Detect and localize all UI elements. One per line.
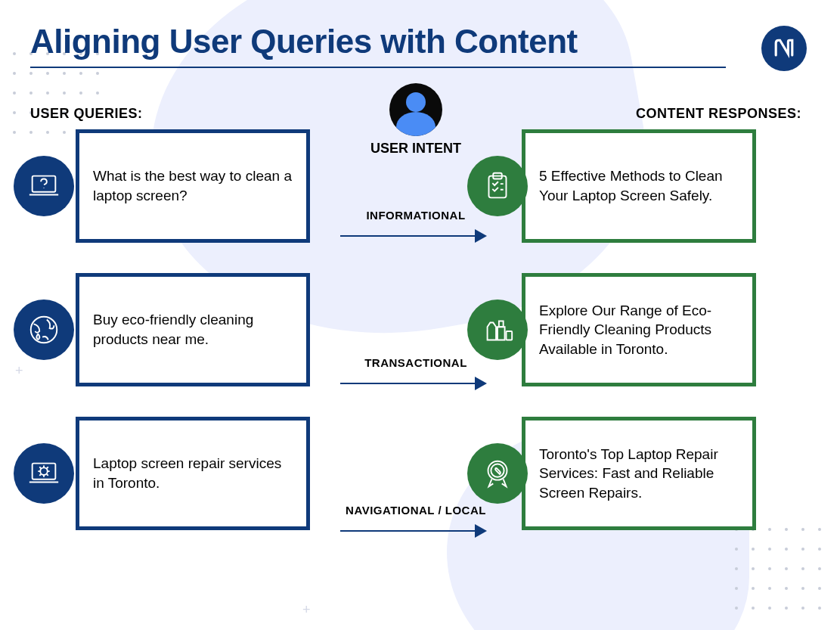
query-card: What is the best way to clean a laptop s… xyxy=(76,129,310,243)
brand-logo-icon xyxy=(761,26,807,71)
arrow-icon xyxy=(340,520,491,542)
response-text: 5 Effective Methods to Clean Your Laptop… xyxy=(539,166,739,205)
query-text: Laptop screen repair services in Toronto… xyxy=(93,454,293,492)
responses-heading: CONTENT RESPONSES: xyxy=(499,106,801,122)
svg-point-5 xyxy=(40,467,48,475)
svg-rect-8 xyxy=(499,321,504,327)
arrow-icon xyxy=(340,373,491,394)
laptop-question-icon xyxy=(14,156,74,216)
query-text: Buy eco-friendly cleaning products near … xyxy=(93,310,293,349)
svg-point-2 xyxy=(31,317,57,343)
response-text: Toronto's Top Laptop Repair Services: Fa… xyxy=(539,445,739,503)
page-title: Aligning User Queries with Content xyxy=(30,23,726,68)
arrow-icon xyxy=(340,225,491,247)
queries-heading: USER QUERIES: xyxy=(30,106,333,122)
query-card: Buy eco-friendly cleaning products near … xyxy=(76,273,310,386)
response-card: Toronto's Top Laptop Repair Services: Fa… xyxy=(522,417,756,530)
checklist-icon xyxy=(467,156,528,216)
globe-eco-icon xyxy=(14,299,74,360)
response-card: Explore Our Range of Eco-Friendly Cleani… xyxy=(522,273,756,386)
user-avatar-icon xyxy=(389,83,442,136)
query-card: Laptop screen repair services in Toronto… xyxy=(76,417,310,530)
svg-point-11 xyxy=(491,464,504,477)
query-text: What is the best way to clean a laptop s… xyxy=(93,166,293,205)
intent-label: NAVIGATIONAL / LOCAL xyxy=(346,504,486,517)
laptop-gear-icon xyxy=(14,443,74,504)
products-icon xyxy=(467,299,528,360)
badge-wrench-icon xyxy=(467,443,528,504)
user-intent-heading: USER INTENT xyxy=(333,141,499,157)
response-text: Explore Our Range of Eco-Friendly Cleani… xyxy=(539,301,739,359)
intent-label: INFORMATIONAL xyxy=(366,209,465,222)
response-card: 5 Effective Methods to Clean Your Laptop… xyxy=(522,129,756,243)
intent-label: TRANSACTIONAL xyxy=(364,356,467,369)
svg-rect-9 xyxy=(507,331,513,340)
